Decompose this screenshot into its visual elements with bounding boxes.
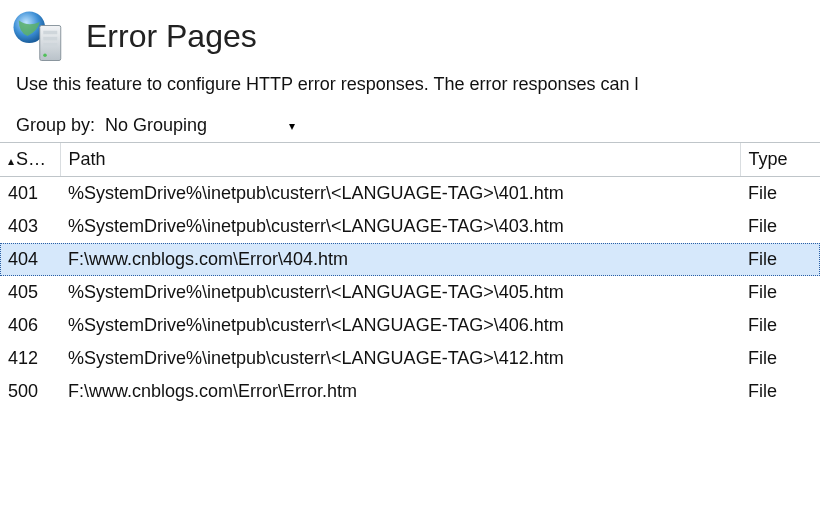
- svg-rect-3: [43, 37, 57, 41]
- svg-rect-2: [43, 31, 57, 35]
- group-by-row: Group by: No Grouping ▾: [0, 109, 820, 142]
- cell-status: 405: [0, 276, 60, 309]
- sort-asc-icon: ▴: [8, 154, 14, 168]
- svg-rect-4: [43, 43, 57, 47]
- group-by-label: Group by:: [16, 115, 95, 136]
- cell-status: 404: [0, 243, 60, 276]
- cell-path: %SystemDrive%\inetpub\custerr\<LANGUAGE-…: [60, 210, 740, 243]
- page-description: Use this feature to configure HTTP error…: [0, 74, 820, 109]
- group-by-dropdown[interactable]: No Grouping ▾: [105, 115, 295, 136]
- table-row[interactable]: 405%SystemDrive%\inetpub\custerr\<LANGUA…: [0, 276, 820, 309]
- cell-path: %SystemDrive%\inetpub\custerr\<LANGUAGE-…: [60, 177, 740, 211]
- table-row[interactable]: 404F:\www.cnblogs.com\Error\404.htmFile: [0, 243, 820, 276]
- svg-point-5: [43, 54, 47, 58]
- group-by-value: No Grouping: [105, 115, 285, 136]
- column-header-type[interactable]: Type: [740, 143, 820, 177]
- table-row[interactable]: 412%SystemDrive%\inetpub\custerr\<LANGUA…: [0, 342, 820, 375]
- page-header: Error Pages: [0, 0, 820, 74]
- cell-status: 406: [0, 309, 60, 342]
- cell-status: 412: [0, 342, 60, 375]
- page-title: Error Pages: [86, 18, 257, 55]
- chevron-down-icon: ▾: [289, 119, 295, 133]
- error-pages-table[interactable]: ▴S… Path Type 401%SystemDrive%\inetpub\c…: [0, 142, 820, 408]
- cell-path: %SystemDrive%\inetpub\custerr\<LANGUAGE-…: [60, 342, 740, 375]
- table-row[interactable]: 401%SystemDrive%\inetpub\custerr\<LANGUA…: [0, 177, 820, 211]
- cell-status: 403: [0, 210, 60, 243]
- error-pages-icon: [10, 8, 66, 64]
- cell-type: File: [740, 276, 820, 309]
- table-header: ▴S… Path Type: [0, 143, 820, 177]
- table-row[interactable]: 500F:\www.cnblogs.com\Error\Error.htmFil…: [0, 375, 820, 408]
- cell-path: F:\www.cnblogs.com\Error\Error.htm: [60, 375, 740, 408]
- cell-type: File: [740, 210, 820, 243]
- column-header-type-label: Type: [749, 149, 788, 169]
- cell-status: 500: [0, 375, 60, 408]
- cell-type: File: [740, 375, 820, 408]
- column-header-status[interactable]: ▴S…: [0, 143, 60, 177]
- cell-type: File: [740, 309, 820, 342]
- column-header-path[interactable]: Path: [60, 143, 740, 177]
- cell-path: F:\www.cnblogs.com\Error\404.htm: [60, 243, 740, 276]
- column-header-path-label: Path: [69, 149, 106, 169]
- cell-type: File: [740, 342, 820, 375]
- cell-type: File: [740, 243, 820, 276]
- cell-path: %SystemDrive%\inetpub\custerr\<LANGUAGE-…: [60, 276, 740, 309]
- column-header-status-label: S…: [16, 149, 46, 169]
- cell-status: 401: [0, 177, 60, 211]
- table-row[interactable]: 403%SystemDrive%\inetpub\custerr\<LANGUA…: [0, 210, 820, 243]
- table-row[interactable]: 406%SystemDrive%\inetpub\custerr\<LANGUA…: [0, 309, 820, 342]
- cell-path: %SystemDrive%\inetpub\custerr\<LANGUAGE-…: [60, 309, 740, 342]
- cell-type: File: [740, 177, 820, 211]
- table-body: 401%SystemDrive%\inetpub\custerr\<LANGUA…: [0, 177, 820, 409]
